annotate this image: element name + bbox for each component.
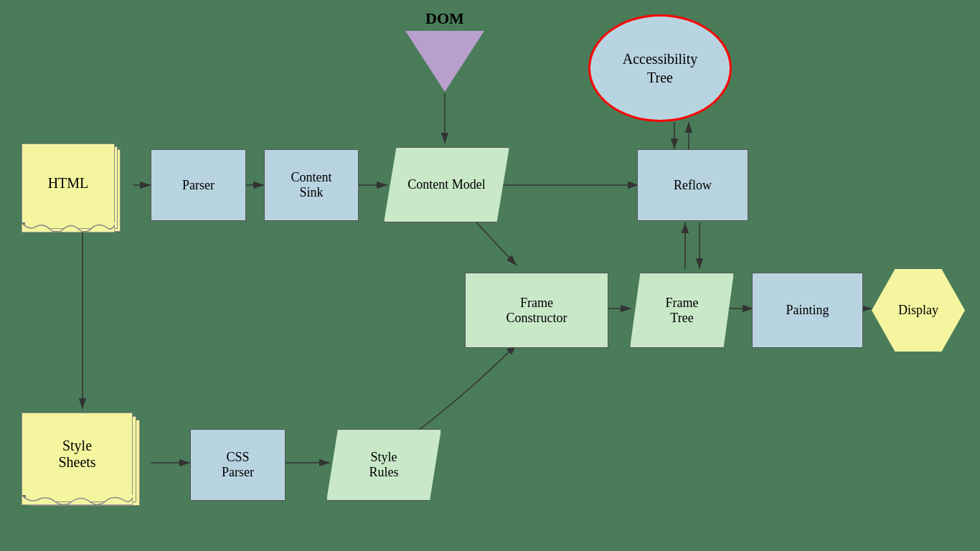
display-node: Display <box>872 269 965 352</box>
painting-node: Painting <box>752 273 863 348</box>
display-label: Display <box>898 303 938 318</box>
style-sheets-label: StyleSheets <box>58 438 95 471</box>
dom-triangle <box>405 31 484 92</box>
css-parser-node: CSSParser <box>190 429 286 501</box>
accessibility-tree-label: AccessibilityTree <box>623 50 697 87</box>
frame-constructor-node: FrameConstructor <box>465 273 608 348</box>
style-sheets-node: StyleSheets <box>22 413 133 513</box>
style-rules-label: StyleRules <box>369 450 398 480</box>
content-model-label: Content Model <box>407 177 486 192</box>
frame-tree-label: FrameTree <box>666 296 699 326</box>
dom-label: DOM <box>425 9 464 28</box>
css-parser-label: CSSParser <box>222 450 254 480</box>
reflow-label: Reflow <box>674 178 712 193</box>
content-sink-label: ContentSink <box>291 170 332 200</box>
frame-tree-node: FrameTree <box>630 273 734 348</box>
reflow-node: Reflow <box>637 149 748 221</box>
frame-constructor-label: FrameConstructor <box>507 296 567 326</box>
parser-node: Parser <box>151 149 246 221</box>
content-sink-node: ContentSink <box>264 149 359 221</box>
dom-container: DOM <box>402 13 488 99</box>
painting-label: Painting <box>786 303 829 318</box>
accessibility-tree-node: AccessibilityTree <box>588 14 732 122</box>
parser-label: Parser <box>182 178 215 193</box>
html-node: HTML <box>22 143 115 226</box>
html-label: HTML <box>48 175 89 192</box>
content-model-node: Content Model <box>384 147 509 222</box>
style-rules-node: StyleRules <box>326 429 441 501</box>
